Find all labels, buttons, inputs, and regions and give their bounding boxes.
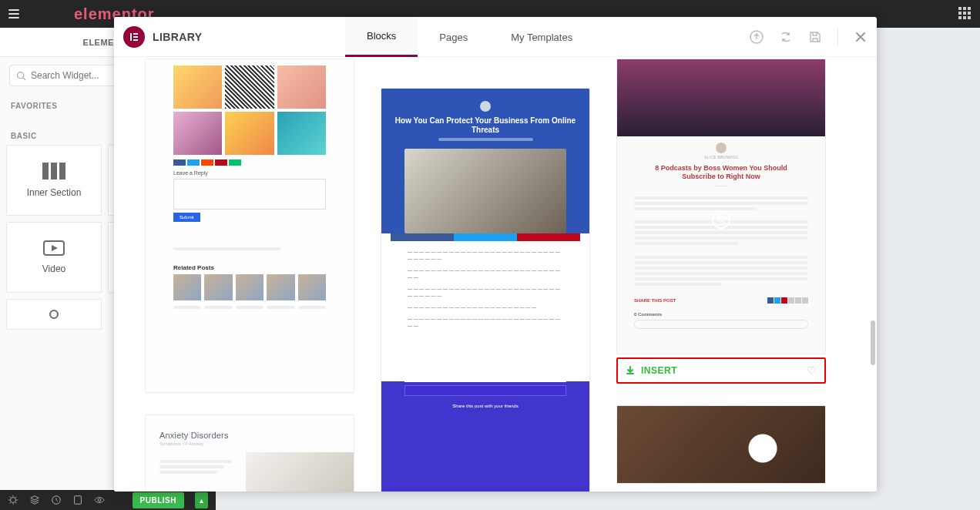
insert-bar: INSERT ♡ [616,357,826,384]
reply-label: Leave a Reply [173,170,326,176]
sync-icon[interactable] [777,29,794,45]
favorite-icon[interactable]: ♡ [807,364,817,377]
header-actions [748,17,869,57]
grid-column: PRO How You Can Protect Your Business Fr… [381,59,590,492]
template-preview: How You Can Protect Your Business From O… [381,89,589,492]
grid-column: Leave a Reply Submit Related Posts [145,59,354,492]
tpl3-comments-label: 0 Comments [634,312,808,317]
insert-label: INSERT [641,365,677,376]
svg-rect-12 [130,33,132,41]
upload-icon[interactable] [748,29,765,45]
modal-header: LIBRARY Blocks Pages My Templates [114,17,877,57]
modal-body[interactable]: Leave a Reply Submit Related Posts [114,57,877,492]
templates-grid: Leave a Reply Submit Related Posts [145,59,846,492]
library-tabs: Blocks Pages My Templates [345,17,594,57]
svg-rect-13 [133,33,138,35]
template-preview: Leave a Reply Submit Related Posts [146,59,354,392]
tab-my-templates[interactable]: My Templates [489,17,594,57]
library-modal: LIBRARY Blocks Pages My Templates [114,17,877,492]
tpl2-headline: How You Can Protect Your Business From O… [391,116,580,135]
template-preview: ALICE BROWING 8 Podcasts by Boss Women Y… [617,59,825,354]
template-card[interactable]: Leave a Reply Submit Related Posts [145,59,354,393]
spacer [381,59,590,66]
template-preview: Anxiety Disorders Symptoms Of Anxiety [146,415,354,492]
separator [837,29,838,45]
tpl4-sub: Symptoms Of Anxiety [159,441,340,446]
submit-label: Submit [173,213,200,222]
tpl3-share-label: SHARE THIS POST [634,298,676,303]
insert-button[interactable]: INSERT [626,365,677,376]
svg-rect-15 [133,39,138,41]
template-preview [617,406,825,483]
scrollbar-thumb[interactable] [871,320,875,365]
newsletter-label: Subscribe To Our Newsletter [404,353,566,361]
tab-blocks[interactable]: Blocks [345,17,418,57]
elementor-badge-icon [123,26,145,48]
template-card[interactable]: PRO [616,405,826,484]
template-card[interactable]: PRO How You Can Protect Your Business Fr… [381,88,590,492]
zoom-icon[interactable] [712,210,730,229]
download-icon [626,366,635,375]
svg-rect-14 [133,36,138,38]
template-card[interactable]: PRO Anxiety Disorders Symptoms Of Anxiet… [145,414,354,492]
related-posts-label: Related Posts [173,264,326,271]
template-card-hovered[interactable]: PRO ALICE BROWING 8 Podcasts by Boss Wom… [616,59,826,354]
save-icon[interactable] [807,29,824,45]
share-with-label: Share this post with your friends [404,404,566,408]
tpl3-title: 8 Podcasts by Boss Women You Should Subs… [617,159,825,183]
modal-overlay: LIBRARY Blocks Pages My Templates [0,0,980,510]
tab-pages[interactable]: Pages [418,17,489,57]
close-icon[interactable] [852,29,869,45]
tpl4-title: Anxiety Disorders [159,431,340,440]
grid-column: PRO ALICE BROWING 8 Podcasts by Boss Wom… [616,59,826,484]
library-title: LIBRARY [153,31,203,43]
